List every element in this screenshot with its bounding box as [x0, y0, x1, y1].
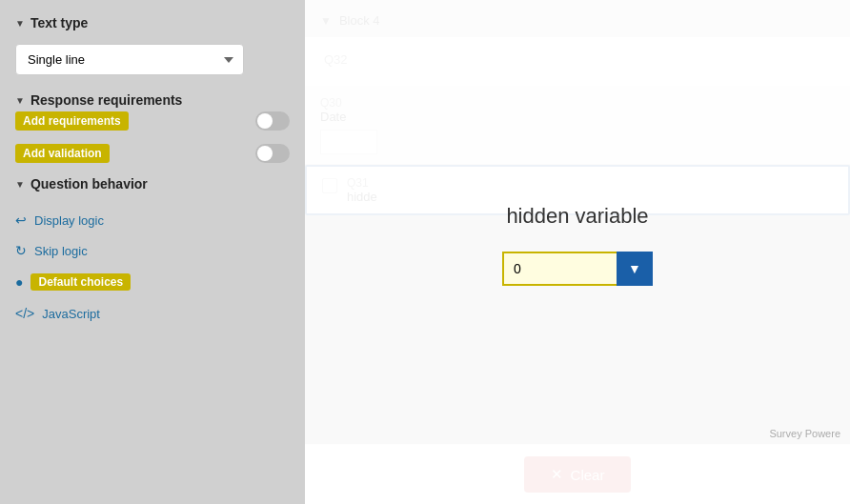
- add-requirements-label: Add requirements: [15, 111, 129, 131]
- modal-overlay: hidden variable ▼ Survey Powere: [305, 0, 850, 504]
- modal-dropdown-button[interactable]: ▼: [617, 252, 653, 286]
- modal-input-row: ▼: [502, 252, 653, 286]
- left-panel: ▼ Text type Single line Multi line Rich …: [0, 0, 305, 504]
- default-choices-icon: ●: [15, 274, 23, 290]
- add-validation-label: Add validation: [15, 144, 110, 163]
- question-behavior-label: Question behavior: [30, 176, 148, 192]
- text-type-collapse-icon[interactable]: ▼: [15, 18, 25, 29]
- survey-powered-text: Survey Powere: [769, 428, 840, 439]
- modal-value-input[interactable]: [502, 252, 617, 286]
- display-logic-item[interactable]: ↩ Display logic: [15, 205, 290, 235]
- modal-title: hidden variable: [506, 204, 648, 229]
- question-behavior-collapse-icon[interactable]: ▼: [15, 179, 25, 190]
- modal-dropdown-icon: ▼: [628, 261, 641, 276]
- javascript-item[interactable]: </> JavaScript: [15, 298, 290, 329]
- add-requirements-toggle[interactable]: [255, 111, 290, 131]
- skip-logic-icon: ↻: [15, 243, 27, 258]
- add-requirements-row: Add requirements: [15, 111, 290, 131]
- right-panel: ▼ Block 4 Q32 Q30 Date Q31 hidde: [305, 0, 850, 504]
- default-choices-label: Default choices: [30, 273, 131, 291]
- add-validation-row: Add validation: [15, 144, 290, 163]
- text-type-label: Text type: [30, 15, 88, 30]
- skip-logic-label: Skip logic: [34, 244, 88, 258]
- response-req-label: Response requirements: [30, 92, 183, 108]
- add-validation-toggle[interactable]: [255, 144, 290, 163]
- response-requirements-header: ▼ Response requirements: [15, 92, 290, 108]
- default-choices-item[interactable]: ● Default choices: [15, 266, 290, 298]
- display-logic-icon: ↩: [15, 212, 27, 228]
- javascript-icon: </>: [15, 306, 34, 321]
- display-logic-label: Display logic: [34, 213, 104, 228]
- question-behavior-header: ▼ Question behavior: [15, 176, 290, 192]
- skip-logic-item[interactable]: ↻ Skip logic: [15, 235, 290, 266]
- text-type-dropdown[interactable]: Single line Multi line Rich text: [15, 44, 244, 75]
- javascript-label: JavaScript: [42, 307, 100, 321]
- response-req-collapse-icon[interactable]: ▼: [15, 95, 25, 106]
- text-type-header: ▼ Text type: [15, 15, 290, 30]
